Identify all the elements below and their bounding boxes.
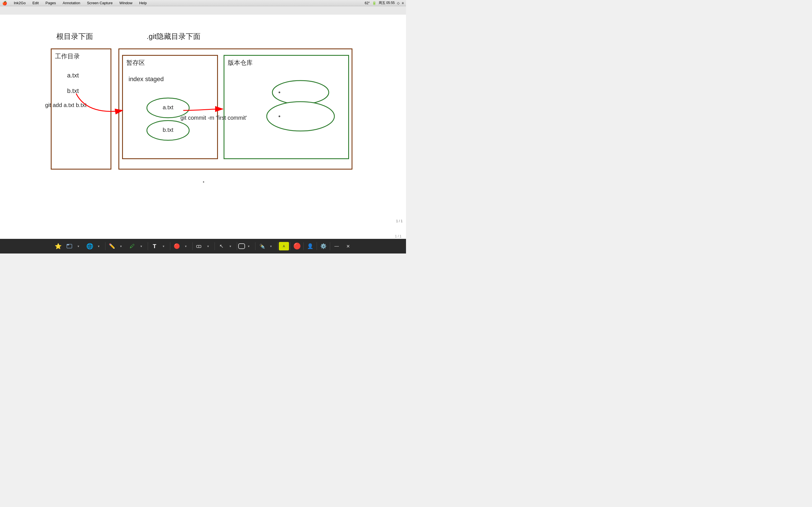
- tool-dropdown5[interactable]: ▼: [158, 241, 169, 251]
- sep6: [237, 242, 237, 250]
- sep1: [105, 242, 105, 250]
- tool-close[interactable]: ✕: [343, 241, 353, 251]
- staging-file-b: b.txt: [163, 127, 173, 133]
- box-working-dir: 工作目录 a.txt b.txt: [51, 48, 111, 170]
- staging-file-a: a.txt: [163, 104, 173, 110]
- tool-minimize[interactable]: —: [331, 241, 342, 251]
- git-commit-cmd: git commit -m 'first commit': [181, 115, 247, 121]
- apple-logo-icon[interactable]: 🍎: [2, 1, 7, 5]
- menu-pages[interactable]: Pages: [44, 1, 57, 5]
- sep8: [277, 242, 278, 250]
- menu-help[interactable]: Help: [138, 1, 148, 5]
- tool-dropdown1[interactable]: ▼: [73, 241, 84, 251]
- svg-point-4: [278, 92, 280, 93]
- clock: 周五 05:55: [378, 1, 395, 5]
- svg-text:A: A: [283, 244, 285, 248]
- drawing-surface[interactable]: 根目录下面 .git隐藏目录下面 工作目录 a.txt b.txt 暂存区 in…: [0, 15, 406, 239]
- sep7: [255, 242, 255, 250]
- diamond-icon: ◇: [397, 1, 400, 5]
- tool-user[interactable]: 👤: [305, 241, 315, 251]
- battery-icon: 🔋: [372, 1, 376, 5]
- file-b-working: b.txt: [67, 87, 79, 95]
- diagram-container: 根目录下面 .git隐藏目录下面 工作目录 a.txt b.txt 暂存区 in…: [42, 32, 352, 181]
- dot-decoration: [203, 181, 204, 182]
- git-add-cmd: git add a.txt b.txt: [45, 102, 87, 108]
- canvas-area: 根目录下面 .git隐藏目录下面 工作目录 a.txt b.txt 暂存区 in…: [0, 6, 406, 239]
- tool-record[interactable]: 🔴: [292, 241, 302, 251]
- working-dir-title: 工作目录: [52, 49, 110, 61]
- menu-annotation[interactable]: Annotation: [61, 1, 81, 5]
- page-number: 1 / 1: [395, 234, 402, 238]
- menu-screen-capture[interactable]: Screen Capture: [86, 1, 114, 5]
- svg-point-2: [272, 80, 329, 104]
- tool-dropdown4[interactable]: ▼: [136, 241, 147, 251]
- staging-ellipses: a.txt b.txt: [123, 56, 219, 160]
- menubar-right: 62° 🔋 周五 05:55 ◇ ≡: [364, 1, 404, 5]
- box-git-outer: 暂存区 index staged a.txt b.txt 版本仓库: [118, 48, 352, 170]
- menu-window[interactable]: Window: [118, 1, 133, 5]
- label-git-dir: .git隐藏目录下面: [147, 32, 200, 41]
- menubar: 🍎 Ink2Go Edit Pages Annotation Screen Ca…: [0, 0, 406, 6]
- svg-point-5: [278, 115, 280, 117]
- repo-ellipses: [224, 56, 350, 160]
- menu-ink2go[interactable]: Ink2Go: [13, 1, 27, 5]
- menu-edit[interactable]: Edit: [31, 1, 40, 5]
- file-a-working: a.txt: [67, 72, 79, 79]
- tool-dropdown7[interactable]: ▼: [203, 241, 213, 251]
- page-indicator: 1 / 1: [396, 219, 403, 223]
- toolbar: ⭐ ▼ 🌐 ▼ ✏️ ▼ 🖊 ▼ T ▼ 🔴 ▼ ▼ ↖ ▼ ▼ ✒️ ▼ A …: [0, 239, 406, 253]
- sep3: [170, 242, 170, 250]
- sep12: [330, 242, 330, 250]
- tool-star[interactable]: ⭐: [53, 241, 63, 251]
- tool-dropdown10[interactable]: ▼: [266, 241, 276, 251]
- tool-dropdown8[interactable]: ▼: [225, 241, 236, 251]
- svg-point-3: [267, 102, 335, 131]
- tool-dropdown3[interactable]: ▼: [116, 241, 126, 251]
- temperature: 62°: [364, 1, 370, 5]
- svg-rect-8: [67, 244, 69, 245]
- list-icon: ≡: [402, 1, 404, 5]
- sep5: [214, 242, 215, 250]
- tool-settings[interactable]: ⚙️: [318, 241, 329, 251]
- tool-dropdown6[interactable]: ▼: [181, 241, 191, 251]
- tool-dropdown9[interactable]: ▼: [243, 241, 254, 251]
- box-repo: 版本仓库: [223, 55, 349, 159]
- sep2: [148, 242, 148, 250]
- sep10: [303, 242, 304, 250]
- box-staging: 暂存区 index staged a.txt b.txt: [122, 55, 218, 159]
- tool-dropdown2[interactable]: ▼: [93, 241, 104, 251]
- menubar-left: 🍎 Ink2Go Edit Pages Annotation Screen Ca…: [2, 1, 148, 5]
- sep4: [192, 242, 193, 250]
- label-root-dir: 根目录下面: [56, 32, 93, 41]
- tool-highlight[interactable]: A: [279, 242, 289, 250]
